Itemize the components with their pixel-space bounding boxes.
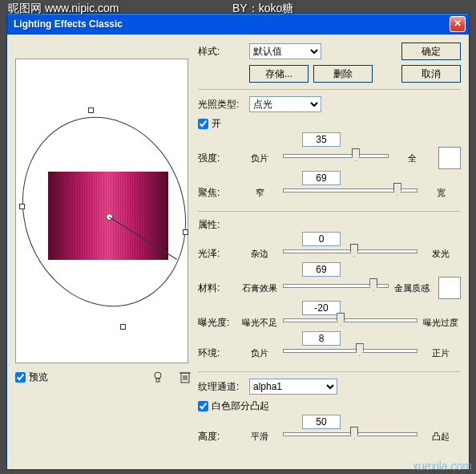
watermark-bottom: xuexila.com	[413, 460, 472, 472]
texture-channel-select[interactable]: alpha1	[249, 379, 337, 395]
save-button[interactable]: 存储...	[249, 65, 309, 83]
slider-thumb[interactable]	[352, 148, 360, 161]
light-type-group: 光照类型: 点光 开 强度: 负片 全 聚焦: 窄	[198, 89, 461, 200]
intensity-slider[interactable]	[283, 151, 389, 165]
height-label: 高度:	[198, 430, 236, 444]
light-on-checkbox[interactable]	[198, 119, 208, 129]
exposure-slider[interactable]	[283, 315, 418, 330]
exposure-left-label: 曝光不足	[240, 317, 280, 329]
focus-left-label: 窄	[240, 187, 280, 199]
preview-checkbox-label[interactable]: 预览	[15, 371, 48, 384]
focus-right-label: 宽	[421, 187, 461, 199]
texture-group: 纹理通道: alpha1 白色部分凸起 高度: 平滑 凸起	[198, 371, 461, 444]
intensity-right-label: 全	[392, 152, 432, 164]
properties-label: 属性:	[198, 218, 461, 232]
ambience-input[interactable]	[302, 331, 341, 346]
properties-group: 属性: 光泽: 杂边 发光 材料: 石膏效果 金属质感	[198, 211, 461, 360]
watermark-top-left: 昵图网 www.nipic.com	[8, 2, 119, 16]
white-high-label: 白色部分凸起	[212, 399, 269, 413]
ambient-color-swatch[interactable]	[438, 277, 461, 299]
trash-icon[interactable]	[179, 370, 192, 384]
material-left-label: 石膏效果	[240, 282, 280, 294]
height-input[interactable]	[302, 415, 341, 429]
ambience-label: 环境:	[198, 346, 236, 360]
slider-thumb[interactable]	[337, 313, 345, 326]
ambience-right-label: 正片	[421, 347, 461, 359]
preview-checkbox[interactable]	[15, 372, 26, 383]
settings-panel: 样式: 默认值 确定 存储... 删除 取消 光照类型: 点光 开	[198, 43, 461, 455]
close-button[interactable]: ✕	[450, 16, 466, 32]
svg-point-0	[155, 372, 161, 379]
preview-label-text: 预览	[29, 371, 48, 384]
intensity-label: 强度:	[198, 152, 236, 165]
watermark-top-right: BY：koko糖	[232, 2, 293, 16]
light-handle[interactable]	[19, 204, 25, 209]
material-right-label: 金属质感	[392, 282, 432, 294]
light-handle[interactable]	[183, 229, 188, 235]
gloss-input[interactable]	[302, 232, 341, 246]
gloss-label: 光泽:	[198, 247, 236, 261]
cancel-button[interactable]: 取消	[401, 65, 461, 83]
height-left-label: 平滑	[240, 431, 280, 443]
focus-slider[interactable]	[283, 185, 418, 200]
light-on-label: 开	[212, 117, 221, 131]
light-ellipse[interactable]	[0, 95, 210, 328]
svg-rect-1	[156, 379, 159, 382]
gloss-right-label: 发光	[421, 248, 461, 260]
light-handle[interactable]	[88, 107, 94, 113]
lightbulb-icon[interactable]	[151, 371, 164, 383]
ok-button[interactable]: 确定	[401, 43, 461, 60]
slider-thumb[interactable]	[369, 278, 377, 291]
delete-button[interactable]: 删除	[313, 65, 373, 83]
height-slider[interactable]	[283, 429, 418, 444]
height-right-label: 凸起	[421, 431, 461, 443]
light-type-select[interactable]: 点光	[249, 96, 321, 112]
preview-canvas[interactable]	[15, 59, 188, 363]
light-type-label: 光照类型:	[198, 98, 244, 111]
material-input[interactable]	[302, 262, 341, 277]
texture-channel-label: 纹理通道:	[198, 380, 244, 394]
slider-thumb[interactable]	[356, 343, 364, 356]
light-color-swatch[interactable]	[438, 147, 461, 169]
material-slider[interactable]	[283, 281, 389, 295]
focus-label: 聚焦:	[198, 186, 236, 200]
exposure-input[interactable]	[302, 301, 341, 315]
style-label: 样式:	[198, 45, 244, 59]
intensity-input[interactable]	[302, 132, 341, 147]
ambience-slider[interactable]	[283, 346, 418, 360]
slider-thumb[interactable]	[350, 244, 358, 257]
white-high-checkbox[interactable]	[198, 401, 208, 411]
slider-thumb[interactable]	[350, 427, 358, 440]
exposure-label: 曝光度:	[198, 316, 236, 330]
gloss-slider[interactable]	[283, 246, 418, 261]
intensity-left-label: 负片	[240, 152, 280, 164]
ambience-left-label: 负片	[240, 347, 280, 359]
preview-panel: 预览	[15, 43, 192, 455]
slider-thumb[interactable]	[393, 183, 401, 196]
material-label: 材料:	[198, 282, 236, 295]
exposure-right-label: 曝光过度	[421, 317, 461, 329]
style-select[interactable]: 默认值	[249, 43, 321, 59]
titlebar[interactable]: Lighting Effects Classic ✕	[7, 14, 469, 34]
focus-input[interactable]	[302, 171, 341, 185]
lighting-effects-dialog: Lighting Effects Classic ✕ 预览	[6, 13, 470, 470]
light-handle[interactable]	[120, 324, 126, 330]
gloss-left-label: 杂边	[240, 248, 280, 260]
dialog-title: Lighting Effects Classic	[10, 18, 450, 30]
